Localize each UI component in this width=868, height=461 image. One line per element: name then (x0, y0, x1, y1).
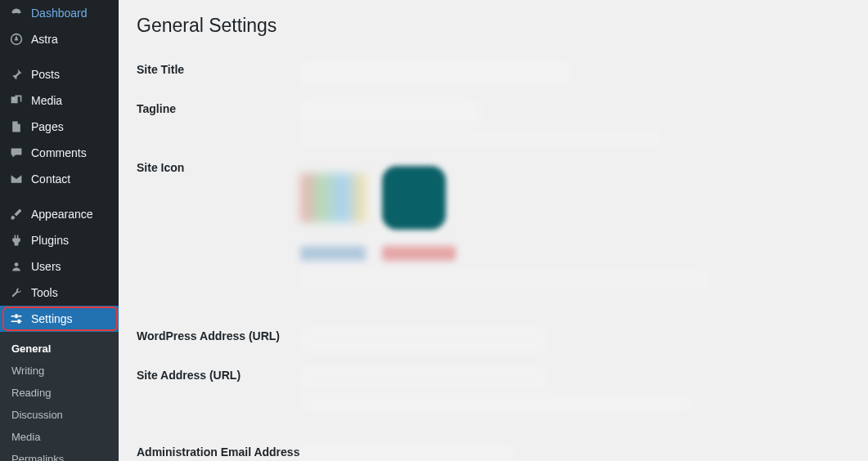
users-icon (8, 260, 25, 273)
row-site-icon: Site Icon (137, 159, 852, 287)
label-wp-address: WordPress Address (URL) (137, 328, 300, 342)
svg-rect-2 (11, 316, 16, 317)
brush-icon (8, 208, 25, 221)
site-icon-description (300, 272, 709, 287)
label-site-title: Site Title (137, 61, 300, 76)
svg-rect-4 (15, 314, 17, 318)
site-icon-app-preview (382, 166, 446, 230)
sidebar-item-media[interactable]: Media (0, 87, 119, 114)
sidebar-label: Appearance (31, 208, 93, 221)
settings-submenu: General Writing Reading Discussion Media… (0, 332, 119, 461)
choose-image-link[interactable] (300, 246, 366, 261)
sidebar-item-users[interactable]: Users (0, 253, 119, 280)
label-tagline: Tagline (137, 101, 300, 115)
settings-icon (8, 312, 25, 325)
sidebar-label: Plugins (31, 234, 69, 247)
page-icon (8, 120, 25, 133)
sidebar-item-dashboard[interactable]: Dashboard (0, 0, 119, 26)
sidebar-label: Dashboard (31, 7, 88, 20)
sidebar-label: Comments (31, 146, 87, 159)
submenu-item-reading[interactable]: Reading (0, 382, 119, 404)
wp-address-input[interactable] (300, 328, 546, 352)
submenu-item-permalinks[interactable]: Permalinks (0, 448, 119, 461)
sidebar-item-comments[interactable]: Comments (0, 140, 119, 166)
site-title-input[interactable] (300, 61, 570, 86)
main-content: General Settings Site Title Tagline Site… (119, 0, 868, 461)
admin-email-input[interactable] (300, 444, 513, 461)
sidebar-label: Pages (31, 120, 64, 133)
sidebar-item-astra[interactable]: Astra (0, 26, 119, 52)
sidebar-label: Users (31, 260, 61, 273)
media-icon (8, 94, 25, 107)
svg-point-1 (15, 262, 19, 266)
tagline-description (300, 130, 660, 145)
row-admin-email: Administration Email Address (137, 444, 852, 461)
plugin-icon (8, 234, 25, 247)
submenu-item-discussion[interactable]: Discussion (0, 404, 119, 426)
site-address-description (300, 396, 693, 411)
sidebar-label: Tools (31, 286, 58, 299)
submenu-item-writing[interactable]: Writing (0, 360, 119, 382)
row-wp-address: WordPress Address (URL) (137, 328, 852, 352)
submenu-item-media[interactable]: Media (0, 426, 119, 448)
sidebar-label: Contact (31, 172, 70, 186)
sidebar-label: Settings (31, 312, 73, 325)
label-site-address: Site Address (URL) (137, 367, 300, 382)
site-address-input[interactable] (300, 367, 546, 392)
sidebar-label: Media (31, 94, 62, 107)
sidebar-item-pages[interactable]: Pages (0, 114, 119, 140)
tools-icon (8, 286, 25, 299)
site-icon-browser-preview (300, 173, 366, 222)
label-admin-email: Administration Email Address (137, 444, 300, 459)
remove-image-link[interactable] (382, 246, 456, 261)
sidebar-label: Astra (31, 33, 58, 46)
svg-rect-6 (18, 320, 20, 324)
svg-rect-5 (11, 320, 18, 322)
dashboard-icon (8, 7, 25, 20)
svg-rect-7 (20, 320, 22, 322)
svg-rect-3 (18, 316, 22, 317)
active-arrow-icon (119, 312, 125, 325)
admin-sidebar: Dashboard Astra Posts Media Pages Commen… (0, 0, 119, 461)
mail-icon (8, 172, 25, 186)
submenu-item-general[interactable]: General (0, 338, 119, 360)
sidebar-item-posts[interactable]: Posts (0, 61, 119, 87)
sidebar-item-contact[interactable]: Contact (0, 166, 119, 192)
tagline-input[interactable] (300, 101, 480, 125)
row-site-address: Site Address (URL) (137, 367, 852, 411)
sidebar-item-settings[interactable]: Settings (0, 306, 119, 332)
row-tagline: Tagline (137, 101, 852, 145)
sidebar-item-plugins[interactable]: Plugins (0, 227, 119, 253)
astra-icon (8, 33, 25, 46)
sidebar-item-tools[interactable]: Tools (0, 280, 119, 306)
pin-icon (8, 68, 25, 81)
sidebar-label: Posts (31, 68, 60, 81)
comment-icon (8, 146, 25, 159)
sidebar-item-appearance[interactable]: Appearance (0, 201, 119, 227)
label-site-icon: Site Icon (137, 159, 300, 174)
page-title: General Settings (137, 15, 852, 37)
row-site-title: Site Title (137, 61, 852, 86)
